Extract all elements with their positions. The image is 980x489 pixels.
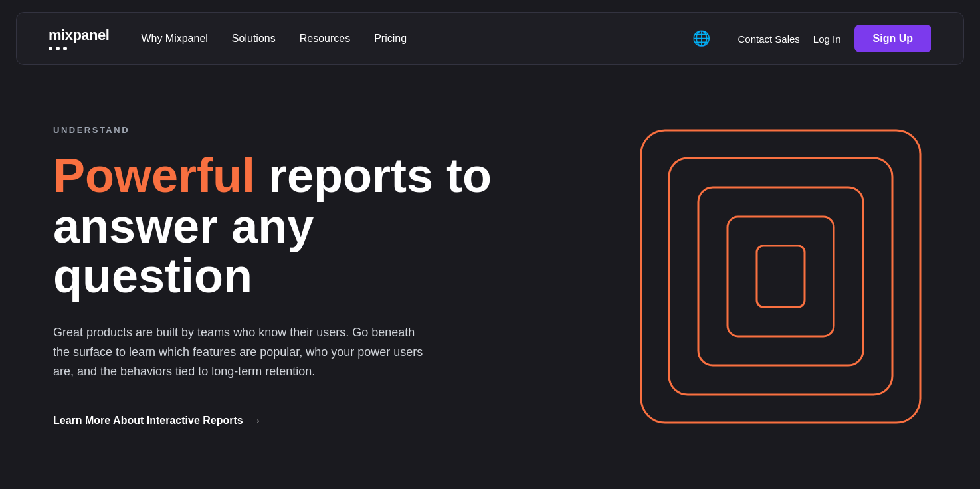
signup-button[interactable]: Sign Up bbox=[854, 25, 931, 52]
hero-graphic bbox=[635, 124, 927, 429]
hero-heading: Powerful reports to answer any question bbox=[53, 151, 518, 302]
nav-link-why-mixpanel[interactable]: Why Mixpanel bbox=[141, 33, 207, 44]
hero-content: UNDERSTAND Powerful reports to answer an… bbox=[53, 125, 518, 428]
logo-dot-2 bbox=[56, 47, 60, 50]
login-link[interactable]: Log In bbox=[813, 33, 841, 45]
hero-cta-link[interactable]: Learn More About Interactive Reports → bbox=[53, 414, 262, 428]
nav-divider bbox=[724, 31, 724, 47]
svg-rect-2 bbox=[698, 187, 863, 365]
logo-dots bbox=[49, 47, 109, 50]
svg-rect-4 bbox=[757, 246, 805, 307]
hero-illustration bbox=[635, 124, 927, 429]
logo-text: mixpanel bbox=[49, 27, 109, 44]
svg-rect-1 bbox=[669, 158, 892, 395]
nav-item-resources[interactable]: Resources bbox=[300, 33, 350, 45]
nav-link-solutions[interactable]: Solutions bbox=[232, 33, 276, 44]
hero-section: UNDERSTAND Powerful reports to answer an… bbox=[0, 77, 980, 476]
hero-cta-arrow: → bbox=[250, 414, 262, 428]
nav-left: mixpanel Why Mixpanel Solutions Resource… bbox=[49, 27, 407, 50]
logo-dot-3 bbox=[63, 47, 67, 50]
nav-link-resources[interactable]: Resources bbox=[300, 33, 350, 44]
nav-right: 🌐 Contact Sales Log In Sign Up bbox=[692, 25, 931, 52]
hero-description: Great products are built by teams who kn… bbox=[53, 323, 425, 382]
contact-sales-link[interactable]: Contact Sales bbox=[737, 33, 799, 45]
logo: mixpanel bbox=[49, 27, 109, 50]
navbar: mixpanel Why Mixpanel Solutions Resource… bbox=[16, 12, 964, 65]
nav-item-pricing[interactable]: Pricing bbox=[374, 33, 407, 45]
hero-cta-label: Learn More About Interactive Reports bbox=[53, 415, 243, 427]
nav-item-why-mixpanel[interactable]: Why Mixpanel bbox=[141, 33, 207, 45]
logo-dot-1 bbox=[49, 47, 52, 50]
globe-icon[interactable]: 🌐 bbox=[692, 30, 710, 47]
nav-item-solutions[interactable]: Solutions bbox=[232, 33, 276, 45]
nav-links: Why Mixpanel Solutions Resources Pricing bbox=[141, 33, 407, 45]
hero-heading-accent: Powerful bbox=[53, 149, 255, 202]
svg-rect-0 bbox=[641, 130, 920, 423]
nav-link-pricing[interactable]: Pricing bbox=[374, 33, 407, 44]
hero-eyebrow: UNDERSTAND bbox=[53, 125, 518, 135]
svg-rect-3 bbox=[728, 217, 834, 336]
